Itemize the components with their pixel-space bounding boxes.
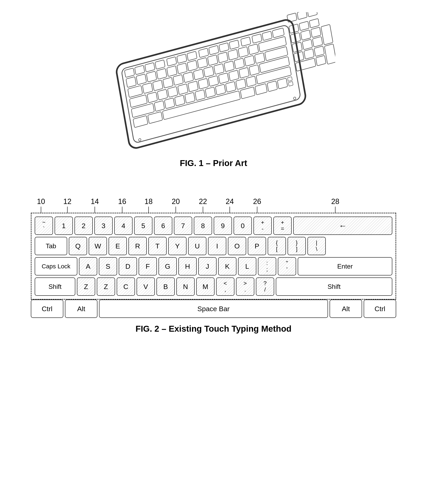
key-spacebar[interactable]: Space Bar xyxy=(99,300,328,318)
svg-rect-24 xyxy=(197,57,208,68)
svg-rect-87 xyxy=(302,39,312,50)
key-w[interactable]: W xyxy=(89,237,107,255)
svg-rect-51 xyxy=(198,78,208,89)
svg-rect-12 xyxy=(229,40,239,49)
svg-rect-5 xyxy=(155,60,165,69)
key-shift-right[interactable]: Shift xyxy=(276,277,392,296)
key-y[interactable]: Y xyxy=(168,237,186,255)
key-slash[interactable]: ? / xyxy=(256,277,274,296)
svg-rect-27 xyxy=(228,49,238,60)
svg-rect-38 xyxy=(204,66,214,77)
key-3[interactable]: 3 xyxy=(94,217,113,235)
key-4[interactable]: 4 xyxy=(114,217,132,235)
qwerty-row: Tab Q W E R T Y U I O P { [ } ] xyxy=(35,237,392,255)
key-equals[interactable]: + = xyxy=(273,217,292,235)
svg-rect-75 xyxy=(267,81,277,92)
fig2-section: 10 12 14 16 18 20 22 24 xyxy=(8,192,419,334)
svg-rect-70 xyxy=(133,115,148,128)
svg-rect-2 xyxy=(124,68,135,77)
key-ctrl-right[interactable]: Ctrl xyxy=(364,300,396,318)
svg-point-99 xyxy=(293,97,296,100)
svg-rect-84 xyxy=(311,27,321,38)
key-period[interactable]: > . xyxy=(236,277,254,296)
key-bracket-r[interactable]: } ] xyxy=(288,237,306,255)
svg-rect-32 xyxy=(143,83,153,94)
key-enter[interactable]: Enter xyxy=(298,257,392,275)
key-semicolon[interactable]: : ; xyxy=(258,257,276,275)
key-n[interactable]: N xyxy=(176,277,195,296)
svg-rect-55 xyxy=(239,67,249,78)
key-alt-left[interactable]: Alt xyxy=(65,300,97,318)
key-c[interactable]: C xyxy=(117,277,135,296)
key-7[interactable]: 7 xyxy=(174,217,192,235)
key-t[interactable]: T xyxy=(148,237,167,255)
key-k[interactable]: K xyxy=(218,257,236,275)
key-tab[interactable]: Tab xyxy=(35,237,67,255)
svg-rect-21 xyxy=(167,66,177,76)
key-minus[interactable]: + - xyxy=(253,217,272,235)
key-l[interactable]: L xyxy=(238,257,256,275)
svg-rect-73 xyxy=(240,87,255,99)
svg-rect-28 xyxy=(238,47,248,57)
key-8[interactable]: 8 xyxy=(194,217,212,235)
key-2[interactable]: 2 xyxy=(75,217,93,235)
svg-rect-3 xyxy=(135,65,145,75)
svg-rect-37 xyxy=(193,69,204,80)
key-q[interactable]: Q xyxy=(69,237,87,255)
key-s[interactable]: S xyxy=(99,257,117,275)
key-backslash[interactable]: | \ xyxy=(307,237,326,255)
key-r[interactable]: R xyxy=(129,237,147,255)
key-z[interactable]: Z xyxy=(77,277,95,296)
key-h[interactable]: H xyxy=(178,257,197,275)
svg-rect-36 xyxy=(183,72,194,83)
key-b[interactable]: B xyxy=(156,277,175,296)
key-f[interactable]: F xyxy=(139,257,157,275)
svg-rect-20 xyxy=(156,69,167,79)
key-6[interactable]: 6 xyxy=(154,217,172,235)
key-x[interactable]: Z xyxy=(97,277,115,296)
key-u[interactable]: U xyxy=(188,237,206,255)
key-a[interactable]: A xyxy=(79,257,97,275)
key-backspace[interactable]: ← xyxy=(293,217,392,235)
svg-rect-31 xyxy=(128,85,143,97)
key-ctrl-left[interactable]: Ctrl xyxy=(31,300,63,318)
svg-rect-50 xyxy=(188,81,198,92)
svg-rect-76 xyxy=(277,78,288,89)
key-g[interactable]: G xyxy=(159,257,177,275)
svg-rect-23 xyxy=(187,60,198,71)
key-v[interactable]: V xyxy=(137,277,155,296)
ref-10: 10 xyxy=(37,197,45,213)
key-j[interactable]: J xyxy=(198,257,217,275)
svg-rect-78 xyxy=(288,81,293,86)
key-comma[interactable]: < , xyxy=(216,277,234,296)
key-o[interactable]: O xyxy=(228,237,246,255)
svg-rect-16 xyxy=(272,28,284,38)
key-tilde[interactable]: ~ ` xyxy=(35,217,53,235)
ref-18: 18 xyxy=(145,197,152,213)
svg-rect-18 xyxy=(136,74,146,85)
svg-rect-25 xyxy=(208,55,218,66)
svg-rect-11 xyxy=(219,43,229,52)
keyboard-drawing xyxy=(92,12,335,150)
svg-rect-58 xyxy=(131,103,154,117)
ref-24: 24 xyxy=(226,197,234,213)
fig1-caption: FIG. 1 – Prior Art xyxy=(180,158,247,168)
key-quote[interactable]: " ' xyxy=(278,257,296,275)
key-5[interactable]: 5 xyxy=(134,217,152,235)
key-shift-left[interactable]: Shift xyxy=(35,277,75,296)
key-p[interactable]: P xyxy=(248,237,266,255)
svg-rect-52 xyxy=(208,76,219,86)
key-d[interactable]: D xyxy=(119,257,137,275)
ref-12: 12 xyxy=(63,197,71,213)
key-9[interactable]: 9 xyxy=(214,217,232,235)
key-bracket-l[interactable]: { [ xyxy=(268,237,286,255)
key-capslock[interactable]: Caps Lock xyxy=(35,257,77,275)
key-alt-right[interactable]: Alt xyxy=(330,300,362,318)
key-1[interactable]: 1 xyxy=(55,217,73,235)
key-i[interactable]: I xyxy=(208,237,226,255)
key-0[interactable]: 0 xyxy=(234,217,252,235)
key-e[interactable]: E xyxy=(109,237,127,255)
ref-14: 14 xyxy=(91,197,99,213)
key-m[interactable]: M xyxy=(196,277,214,296)
svg-rect-17 xyxy=(126,77,136,87)
